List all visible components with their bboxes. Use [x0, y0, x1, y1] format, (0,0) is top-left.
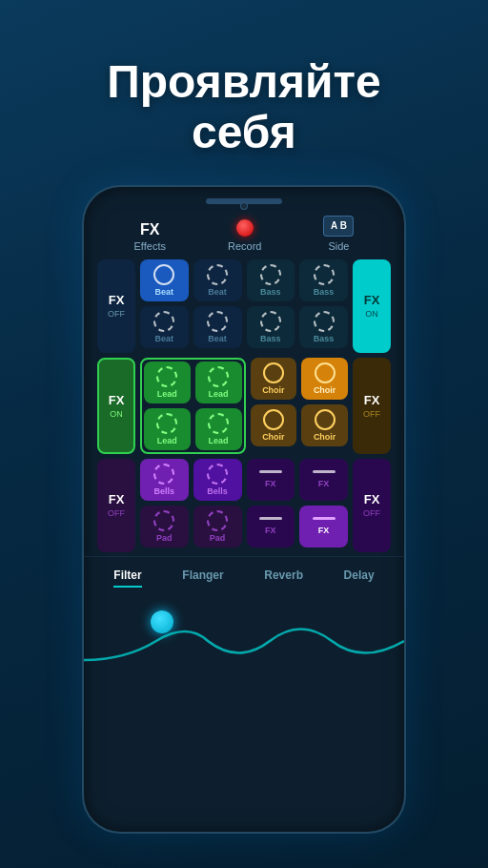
lead-pads: Lead Lead Lead Lead	[140, 358, 246, 454]
beat-pad-2-icon	[207, 264, 228, 285]
pad-pad-2[interactable]: Pad	[193, 506, 242, 548]
bass-pad-2[interactable]: Bass	[299, 259, 348, 301]
row-lead-choir: FX ON Lead Lead	[97, 358, 391, 454]
headline: Проявляйте себя	[107, 29, 381, 158]
fx-right-col[interactable]: FX OFF	[353, 459, 391, 552]
beat-pad-1-icon	[153, 264, 174, 285]
side-header: A B Side	[323, 216, 354, 252]
choir-pad-1[interactable]: Choir	[251, 358, 297, 400]
beat-fx-col[interactable]: FX OFF	[97, 259, 135, 353]
tab-reverb[interactable]: Reverb	[264, 568, 303, 588]
choir-pad-3[interactable]: Choir	[251, 404, 297, 446]
phone-frame: FX Effects Record A B Side FX OFF	[82, 185, 406, 834]
lead-pad-2-icon	[208, 366, 229, 387]
tab-delay[interactable]: Delay	[344, 568, 375, 588]
choir-pads: Choir Choir Choir Choir	[251, 358, 349, 454]
beat-pad-2[interactable]: Beat	[193, 259, 242, 301]
pad-pad-2-icon	[207, 510, 228, 531]
fx-purple-row2: FX FX	[247, 506, 349, 548]
fx-purple-pad-1-dash	[259, 470, 282, 473]
pad-pad-1-icon	[153, 510, 174, 531]
pad-pad-1[interactable]: Pad	[140, 506, 189, 548]
fx-purple-pad-2[interactable]: FX	[299, 459, 348, 501]
lead-pad-1[interactable]: Lead	[144, 362, 191, 403]
bass-row2: Bass Bass	[247, 306, 349, 348]
lead-fx-col[interactable]: FX ON	[97, 358, 135, 454]
beat-pad-3-icon	[153, 311, 174, 332]
choir-pad-4[interactable]: Choir	[301, 404, 348, 446]
beat-pad-1[interactable]: Beat	[140, 259, 189, 301]
bass-row1: Bass Bass	[247, 259, 349, 301]
bass-pad-2-icon	[314, 264, 335, 285]
bass-pad-3-icon	[260, 311, 281, 332]
record-header[interactable]: Record	[228, 219, 261, 252]
fx-label: FX	[140, 221, 159, 238]
fx-purple-pads: FX FX FX FX	[247, 459, 349, 552]
effects-label: Effects	[134, 240, 166, 252]
choir-pad-3-icon	[263, 409, 284, 430]
lead-pad-3-icon	[156, 413, 177, 434]
choir-fx-col[interactable]: FX OFF	[353, 358, 391, 454]
lead-pad-4[interactable]: Lead	[195, 408, 242, 450]
bells-pad-1-icon	[153, 464, 174, 485]
record-label: Record	[228, 240, 261, 252]
bass-fx-col[interactable]: FX ON	[353, 259, 391, 353]
bells-pad-2[interactable]: Bells	[193, 459, 242, 501]
choir-pad-4-icon	[315, 409, 336, 430]
side-label: Side	[328, 240, 349, 252]
beat-pads: Beat Beat Beat Beat	[140, 259, 242, 353]
fx-effects-header: FX Effects	[134, 221, 166, 252]
row-bells-fx: FX OFF Bells Bells	[97, 459, 391, 552]
bass-pads: Bass Bass Bass Bass	[247, 259, 349, 353]
beat-row2: Beat Beat	[140, 306, 242, 348]
choir-pad-1-icon	[263, 362, 284, 383]
tab-filter[interactable]: Filter	[113, 568, 141, 588]
fx-purple-pad-4-dash	[313, 517, 336, 520]
wave-svg	[84, 612, 404, 670]
record-dot[interactable]	[236, 219, 254, 237]
beat-pad-4[interactable]: Beat	[193, 306, 242, 348]
fx-purple-pad-1[interactable]: FX	[247, 459, 295, 501]
bells-row2: Pad Pad	[140, 506, 242, 548]
bells-fx-col[interactable]: FX OFF	[97, 459, 135, 552]
bells-pad-1[interactable]: Bells	[140, 459, 189, 501]
lead-row2: Lead Lead	[144, 408, 242, 450]
bass-pad-4-icon	[314, 311, 335, 332]
lead-pad-3[interactable]: Lead	[144, 408, 191, 450]
choir-row2: Choir Choir	[251, 404, 349, 446]
fx-purple-pad-4[interactable]: FX	[299, 506, 348, 548]
app-header: FX Effects Record A B Side	[84, 208, 404, 259]
beat-pad-3[interactable]: Beat	[140, 306, 189, 348]
row-beat-bass: FX OFF Beat Beat	[97, 259, 391, 353]
bass-pad-1[interactable]: Bass	[247, 259, 295, 301]
bass-pad-4[interactable]: Bass	[299, 306, 348, 348]
fx-purple-pad-3-dash	[259, 517, 282, 520]
bass-pad-1-icon	[260, 264, 281, 285]
fx-purple-pad-2-dash	[313, 470, 336, 473]
pad-grid: FX OFF Beat Beat	[84, 259, 404, 552]
fx-purple-row1: FX FX	[247, 459, 349, 501]
lead-pad-4-icon	[208, 413, 229, 434]
lead-pad-2[interactable]: Lead	[195, 362, 242, 403]
headline-text: Проявляйте себя	[107, 57, 381, 158]
fx-purple-pad-3[interactable]: FX	[247, 506, 295, 548]
choir-pad-2-icon	[315, 362, 336, 383]
ab-box[interactable]: A B	[323, 216, 354, 237]
tab-flanger[interactable]: Flanger	[182, 568, 223, 588]
bass-pad-3[interactable]: Bass	[247, 306, 295, 348]
bells-row1: Bells Bells	[140, 459, 242, 501]
bells-pads: Bells Bells Pad Pad	[140, 459, 242, 552]
tabs-area: Filter Flanger Reverb Delay	[84, 556, 404, 593]
choir-pad-2[interactable]: Choir	[301, 358, 348, 400]
bells-pad-2-icon	[207, 464, 228, 485]
camera-dot	[240, 202, 248, 210]
waveform-area	[84, 593, 404, 670]
beat-row1: Beat Beat	[140, 259, 242, 301]
lead-pad-1-icon	[156, 366, 177, 387]
choir-row1: Choir Choir	[251, 358, 349, 400]
lead-row1: Lead Lead	[144, 362, 242, 403]
beat-pad-4-icon	[207, 311, 228, 332]
